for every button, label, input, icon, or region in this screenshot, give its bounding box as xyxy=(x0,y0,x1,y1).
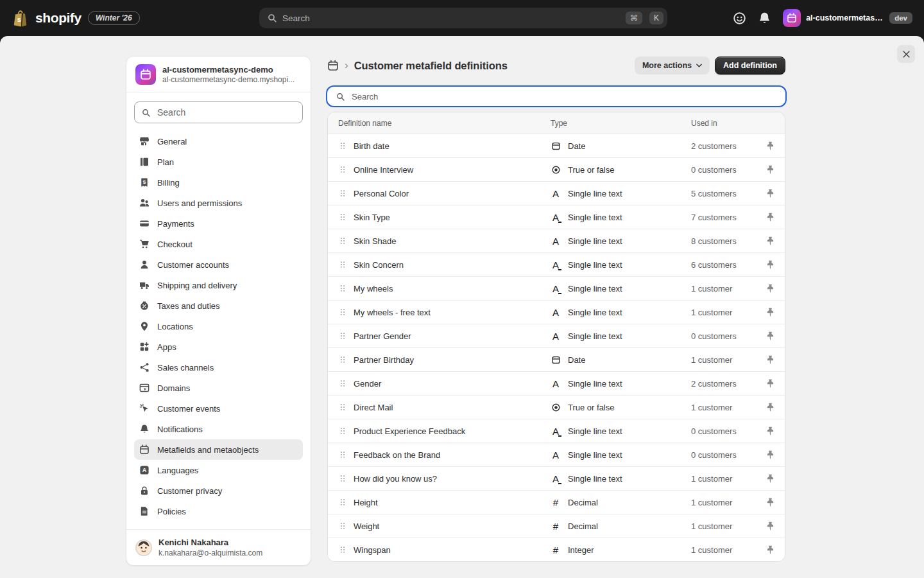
add-definition-button[interactable]: Add definition xyxy=(715,57,785,74)
used-in-count: 2 customers xyxy=(691,141,766,151)
sidebar-item-policies[interactable]: Policies xyxy=(134,501,303,521)
table-row[interactable]: Wingspan # Integer 1 customer xyxy=(328,538,785,561)
sidekick-button[interactable] xyxy=(733,12,746,25)
sidebar-item-shipping-and-delivery[interactable]: Shipping and delivery xyxy=(134,275,303,295)
sidebar-item-billing[interactable]: Billing xyxy=(134,172,303,193)
drag-handle-icon[interactable] xyxy=(338,379,347,388)
metaobjects-icon xyxy=(139,444,150,455)
table-row[interactable]: Partner Gender A Single line text 0 cust… xyxy=(328,324,785,348)
sidebar-item-locations[interactable]: Locations xyxy=(134,316,303,337)
sidebar-item-taxes-and-duties[interactable]: Taxes and duties xyxy=(134,295,303,316)
pin-icon[interactable] xyxy=(766,236,775,246)
sidebar-item-users-and-permissions[interactable]: Users and permissions xyxy=(134,193,303,213)
pin-icon[interactable] xyxy=(766,307,775,317)
table-row[interactable]: Direct Mail True or false 1 customer xyxy=(328,396,785,419)
drag-handle-icon[interactable] xyxy=(338,260,347,269)
table-row[interactable]: Birth date Date 2 customers xyxy=(328,134,785,158)
table-row[interactable]: Product Experience Feedback A Single lin… xyxy=(328,419,785,443)
sidebar-search-input[interactable] xyxy=(156,107,296,118)
table-row[interactable]: How did you know us? A Single line text … xyxy=(328,467,785,491)
pin-icon[interactable] xyxy=(766,473,775,484)
sidebar-item-notifications[interactable]: Notifications xyxy=(134,419,303,439)
pin-icon[interactable] xyxy=(766,545,775,555)
sidebar-item-customer-accounts[interactable]: Customer accounts xyxy=(134,254,303,275)
drag-handle-icon[interactable] xyxy=(338,545,347,554)
used-in-count: 2 customers xyxy=(691,379,766,389)
pin-icon[interactable] xyxy=(766,426,775,436)
pin-icon[interactable] xyxy=(766,402,775,412)
close-button[interactable] xyxy=(897,45,915,63)
pin-icon[interactable] xyxy=(766,283,775,293)
drag-handle-icon[interactable] xyxy=(338,141,347,150)
sidebar-search[interactable] xyxy=(134,101,303,123)
drag-handle-icon[interactable] xyxy=(338,403,347,412)
definition-name: My wheels xyxy=(354,284,551,293)
definitions-search[interactable] xyxy=(327,87,785,106)
table-row[interactable]: Online Interview True or false 0 custome… xyxy=(328,158,785,182)
pin-icon[interactable] xyxy=(766,141,775,151)
sidebar-item-label: Shipping and delivery xyxy=(157,281,237,290)
table-row[interactable]: Personal Color A Single line text 5 cust… xyxy=(328,182,785,206)
sidebar-item-languages[interactable]: Languages xyxy=(134,460,303,480)
sidebar-user[interactable]: Kenichi Nakahara k.nakahara@o-alquimista… xyxy=(126,529,311,565)
drag-handle-icon[interactable] xyxy=(338,474,347,483)
more-actions-button[interactable]: More actions xyxy=(635,57,710,74)
table-row[interactable]: Skin Type A Single line text 7 customers xyxy=(328,206,785,229)
drag-handle-icon[interactable] xyxy=(338,355,347,364)
pin-icon[interactable] xyxy=(766,212,775,222)
bell-icon xyxy=(139,424,150,434)
global-search-placeholder: Search xyxy=(282,13,619,23)
sidebar-item-metafields-and-metaobjects[interactable]: Metafields and metaobjects xyxy=(134,439,303,460)
metaobjects-icon[interactable] xyxy=(327,60,339,71)
drag-handle-icon[interactable] xyxy=(338,165,347,174)
drag-handle-icon[interactable] xyxy=(338,213,347,222)
pin-icon[interactable] xyxy=(766,188,775,198)
table-row[interactable]: Height # Decimal 1 customer xyxy=(328,491,785,514)
drag-handle-icon[interactable] xyxy=(338,450,347,459)
notifications-button[interactable] xyxy=(758,12,771,25)
global-search-bar[interactable]: Search ⌘ K xyxy=(259,8,667,28)
sidebar-item-apps[interactable]: Apps xyxy=(134,337,303,357)
sidebar-item-domains[interactable]: Domains xyxy=(134,378,303,398)
pin-icon[interactable] xyxy=(766,164,775,175)
pin-icon[interactable] xyxy=(766,497,775,507)
table-row[interactable]: My wheels - free text A Single line text… xyxy=(328,301,785,324)
definition-type: Integer xyxy=(568,545,594,555)
drag-handle-icon[interactable] xyxy=(338,189,347,198)
pin-icon[interactable] xyxy=(766,521,775,531)
text-list-icon: A xyxy=(551,426,561,436)
sidebar-item-general[interactable]: General xyxy=(134,131,303,152)
drag-handle-icon[interactable] xyxy=(338,236,347,245)
table-row[interactable]: Weight # Decimal 1 customer xyxy=(328,514,785,538)
store-switcher[interactable]: al-customermetasync-de... dev xyxy=(783,9,912,27)
table-row[interactable]: Gender A Single line text 2 customers xyxy=(328,372,785,396)
truck-icon xyxy=(139,280,150,290)
sidebar-item-sales-channels[interactable]: Sales channels xyxy=(134,357,303,378)
sidebar-item-customer-privacy[interactable]: Customer privacy xyxy=(134,480,303,501)
sidebar-item-payments[interactable]: Payments xyxy=(134,213,303,234)
definitions-search-input[interactable] xyxy=(350,91,777,102)
sidebar-item-checkout[interactable]: Checkout xyxy=(134,234,303,254)
pin-icon[interactable] xyxy=(766,331,775,341)
used-in-count: 0 customers xyxy=(691,426,766,436)
table-row[interactable]: My wheels A Single line text 1 customer xyxy=(328,277,785,301)
pin-icon[interactable] xyxy=(766,259,775,270)
table-row[interactable]: Feedback on the Brand A Single line text… xyxy=(328,443,785,467)
sidebar-item-customer-events[interactable]: Customer events xyxy=(134,398,303,419)
table-row[interactable]: Skin Shade A Single line text 8 customer… xyxy=(328,229,785,253)
drag-handle-icon[interactable] xyxy=(338,426,347,435)
table-row[interactable]: Skin Concern A Single line text 6 custom… xyxy=(328,253,785,277)
drag-handle-icon[interactable] xyxy=(338,521,347,530)
store-name: al-customermetasync-de... xyxy=(806,13,884,22)
pin-icon[interactable] xyxy=(766,450,775,460)
drag-handle-icon[interactable] xyxy=(338,331,347,340)
pin-icon[interactable] xyxy=(766,378,775,389)
sidebar-item-plan[interactable]: Plan xyxy=(134,152,303,172)
store-domain: al-customermetasync-demo.myshopi... xyxy=(162,75,295,84)
drag-handle-icon[interactable] xyxy=(338,284,347,293)
table-row[interactable]: Partner Birthday Date 1 customer xyxy=(328,348,785,372)
boolean-icon xyxy=(551,402,561,412)
pin-icon[interactable] xyxy=(766,355,775,365)
drag-handle-icon[interactable] xyxy=(338,308,347,317)
drag-handle-icon[interactable] xyxy=(338,498,347,507)
